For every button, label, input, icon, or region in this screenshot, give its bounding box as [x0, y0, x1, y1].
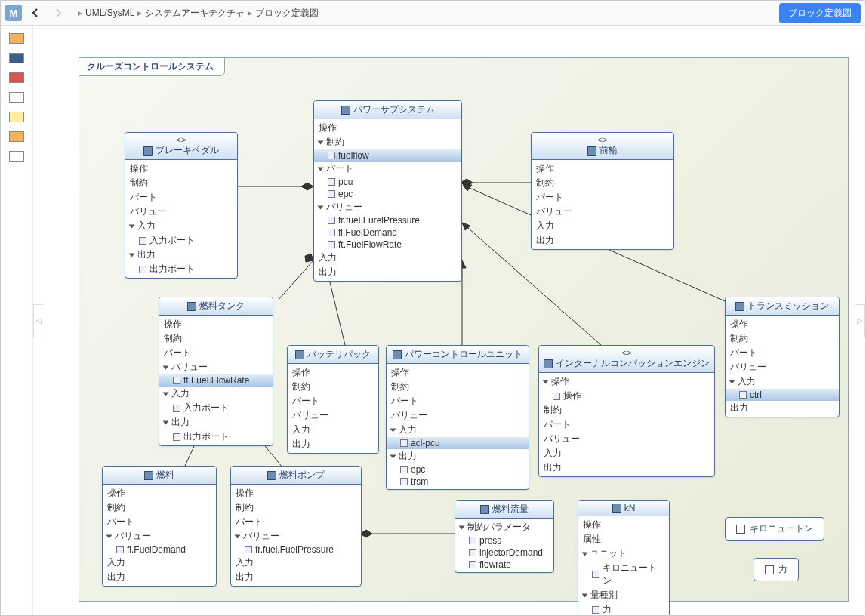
- breadcrumb-item[interactable]: ブロック定義図: [255, 7, 319, 20]
- section-header[interactable]: 制約: [314, 135, 461, 149]
- section-item[interactable]: キロニュートン: [578, 561, 669, 588]
- nav-back[interactable]: [26, 4, 45, 22]
- block-transmission[interactable]: トランスミッション操作制約パートバリュー入力ctrl出力: [725, 297, 840, 417]
- section-label[interactable]: パート: [159, 346, 273, 360]
- section-label[interactable]: 操作: [726, 317, 839, 331]
- section-label[interactable]: 制約: [125, 176, 237, 190]
- section-item[interactable]: fr.fuel.FuelPressure: [231, 544, 361, 556]
- section-header[interactable]: バリュー: [159, 360, 273, 374]
- section-item[interactable]: press: [455, 534, 553, 547]
- panel-toggle-right[interactable]: ▷: [855, 304, 865, 337]
- section-label[interactable]: 出力: [532, 233, 673, 248]
- panel-toggle-left[interactable]: ◁: [33, 304, 43, 337]
- section-label[interactable]: 操作: [125, 162, 237, 176]
- block-ice-engine[interactable]: <>インターナルコンパッションエンジン操作操作制約パートバリュー入力出力: [538, 345, 715, 477]
- section-label[interactable]: バリュー: [387, 408, 529, 423]
- block-brake-pedal[interactable]: <>ブレーキペダル操作制約パートバリュー入力入力ポート出力出力ポート: [125, 132, 238, 279]
- section-header[interactable]: 出力: [125, 248, 237, 262]
- section-label[interactable]: 制約: [387, 380, 529, 394]
- section-label[interactable]: パート: [532, 190, 673, 205]
- section-label[interactable]: パート: [539, 417, 714, 432]
- section-item[interactable]: fuelflow: [314, 149, 461, 162]
- section-item[interactable]: ft.Fuel.FlowRate: [159, 374, 273, 387]
- section-header[interactable]: バリュー: [314, 200, 461, 214]
- tool-5[interactable]: [6, 109, 27, 125]
- section-item[interactable]: acl-pcu: [387, 437, 529, 449]
- section-item[interactable]: 出力ポート: [125, 262, 237, 276]
- section-header[interactable]: 入力: [125, 219, 237, 233]
- section-label[interactable]: パート: [231, 515, 361, 529]
- section-label[interactable]: 制約: [539, 403, 714, 417]
- section-label[interactable]: 出力: [231, 570, 361, 584]
- section-label[interactable]: 操作: [231, 486, 361, 500]
- section-item[interactable]: flowrate: [455, 559, 553, 571]
- section-item[interactable]: 入力ポート: [159, 401, 273, 415]
- block-power-subsystem[interactable]: パワーサブシステム操作制約fuelflowパートpcuepcバリューfr.fue…: [313, 100, 462, 282]
- section-item[interactable]: epc: [314, 188, 461, 200]
- section-item[interactable]: 入力ポート: [125, 233, 237, 248]
- section-header[interactable]: 出力: [387, 449, 529, 464]
- breadcrumb-item[interactable]: UML/SysML: [85, 8, 134, 18]
- block-fuel-flow[interactable]: 燃料流量制約パラメータpressinjectorDemandflowrate: [455, 500, 554, 573]
- block-fuel-pump[interactable]: 燃料ポンプ操作制約パートバリューfr.fuel.FuelPressure入力出力: [230, 466, 362, 587]
- section-label[interactable]: 操作: [103, 486, 216, 500]
- unit-kilonewton[interactable]: キロニュートン: [725, 517, 824, 541]
- tool-4[interactable]: [6, 89, 27, 106]
- block-power-control-unit[interactable]: パワーコントロールユニット操作制約パートバリュー入力acl-pcu出力epctr…: [386, 345, 529, 490]
- section-label[interactable]: 操作: [578, 518, 669, 532]
- diagram-type-button[interactable]: ブロック定義図: [779, 3, 861, 23]
- section-label[interactable]: 制約: [159, 331, 273, 346]
- section-label[interactable]: パート: [125, 190, 237, 205]
- section-header[interactable]: バリュー: [231, 529, 361, 544]
- section-item[interactable]: fr.fuel.FurelPressure: [314, 214, 461, 226]
- section-header[interactable]: ユニット: [578, 547, 669, 561]
- section-label[interactable]: 出力: [726, 401, 839, 415]
- section-item[interactable]: fl.FuelDemand: [314, 226, 461, 239]
- tool-3[interactable]: [6, 69, 27, 86]
- block-fuel-tank[interactable]: 燃料タンク操作制約パートバリューft.Fuel.FlowRate入力入力ポート出…: [159, 297, 273, 446]
- section-label[interactable]: パート: [103, 515, 216, 529]
- tool-7[interactable]: [6, 148, 27, 165]
- section-label[interactable]: 入力: [314, 251, 461, 265]
- section-label[interactable]: パート: [726, 346, 839, 360]
- section-item[interactable]: trsm: [387, 476, 529, 488]
- section-label[interactable]: 入力: [231, 556, 361, 570]
- section-label[interactable]: 入力: [539, 446, 714, 460]
- tool-1[interactable]: [6, 30, 27, 47]
- section-item[interactable]: epc: [387, 464, 529, 476]
- section-item[interactable]: ctrl: [726, 389, 839, 401]
- section-header[interactable]: 操作: [539, 374, 714, 389]
- section-header[interactable]: パート: [314, 162, 461, 176]
- canvas[interactable]: <>ブレーキペダル操作制約パートバリュー入力入力ポート出力出力ポート パワーサブ…: [79, 58, 848, 601]
- section-item[interactable]: 力: [578, 602, 669, 615]
- tool-6[interactable]: [6, 128, 27, 145]
- app-logo[interactable]: M: [5, 5, 22, 21]
- section-header[interactable]: 入力: [726, 374, 839, 389]
- section-label[interactable]: 操作: [314, 121, 461, 135]
- tool-2[interactable]: [6, 50, 27, 66]
- section-item[interactable]: ft.FuelFlowRate: [314, 239, 461, 251]
- block-battery-pack[interactable]: バッテリパック操作制約パートバリュー入力出力: [287, 345, 379, 454]
- section-item[interactable]: fl.FuelDemand: [103, 544, 216, 556]
- section-label[interactable]: 出力: [539, 460, 714, 475]
- section-label[interactable]: バリュー: [532, 205, 673, 219]
- section-label[interactable]: 制約: [103, 500, 216, 515]
- section-label[interactable]: 制約: [726, 331, 839, 346]
- section-label[interactable]: 操作: [387, 365, 529, 380]
- section-label[interactable]: 制約: [231, 500, 361, 515]
- section-label[interactable]: 制約: [288, 380, 378, 394]
- section-item[interactable]: injectorDemand: [455, 547, 553, 559]
- section-header[interactable]: 入力: [159, 387, 273, 401]
- block-kn[interactable]: kN操作属性ユニットキロニュートン量種別力: [578, 500, 670, 615]
- section-label[interactable]: 属性: [578, 532, 669, 547]
- section-label[interactable]: バリュー: [288, 408, 378, 423]
- section-label[interactable]: 入力: [288, 423, 378, 437]
- section-label[interactable]: 出力: [288, 437, 378, 451]
- section-label[interactable]: 入力: [103, 556, 216, 570]
- section-label[interactable]: 入力: [532, 219, 673, 233]
- section-header[interactable]: 入力: [387, 423, 529, 437]
- section-header[interactable]: 出力: [159, 415, 273, 430]
- section-label[interactable]: バリュー: [726, 360, 839, 374]
- section-label[interactable]: 操作: [288, 365, 378, 380]
- section-label[interactable]: バリュー: [125, 205, 237, 219]
